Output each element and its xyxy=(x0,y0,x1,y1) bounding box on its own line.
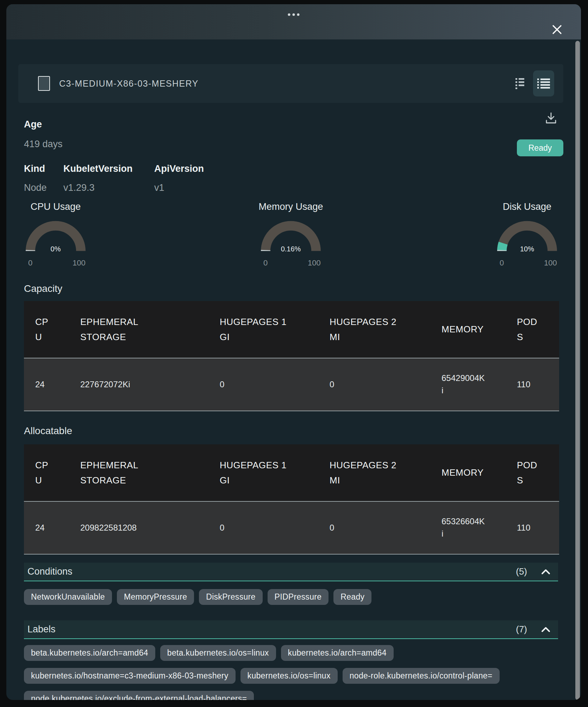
label-chip[interactable]: kubernetes.io/arch=amd64 xyxy=(281,645,394,661)
allocatable-ephemeral-storage-value: 209822581208 xyxy=(69,501,208,554)
capacity-col-hugepages-2mi: HUGEPAGES 2 MI xyxy=(318,301,430,358)
node-header-card: C3-MEDIUM-X86-03-MESHERY xyxy=(18,64,563,103)
condition-chip[interactable]: Ready xyxy=(333,589,371,605)
label-chip[interactable]: kubernetes.io/hostname=c3-medium-x86-03-… xyxy=(24,668,236,684)
modal-title-bar xyxy=(6,4,581,39)
allocatable-pods-value: 110 xyxy=(506,501,559,554)
status-badge: Ready xyxy=(517,139,563,156)
disk-usage-value: 10% xyxy=(492,245,562,253)
labels-collapse-button[interactable] xyxy=(541,627,550,632)
capacity-row: 24 227672072Ki 0 0 65429004Ki 110 xyxy=(24,358,559,411)
capacity-col-cpu: CPU xyxy=(24,301,69,358)
allocatable-memory-value: 65326604Ki xyxy=(430,501,506,554)
age-label: Age xyxy=(24,119,42,130)
capacity-ephemeral-storage-value: 227672072Ki xyxy=(69,358,208,411)
allocatable-row: 24 209822581208 0 0 65326604Ki 110 xyxy=(24,501,559,554)
kind-label: Kind xyxy=(24,163,45,174)
api-version-value: v1 xyxy=(154,182,164,193)
disk-gauge-min: 0 xyxy=(500,258,504,268)
allocatable-col-ephemeral-storage: EPHEMERAL STORAGE xyxy=(69,444,208,501)
capacity-table: CPU EPHEMERAL STORAGE HUGEPAGES 1 GI HUG… xyxy=(24,301,559,411)
node-select-checkbox[interactable] xyxy=(38,76,50,91)
memory-usage-title: Memory Usage xyxy=(256,201,326,212)
labels-count: (7) xyxy=(516,624,527,635)
allocatable-table: CPU EPHEMERAL STORAGE HUGEPAGES 1 GI HUG… xyxy=(24,444,559,555)
memory-usage-value: 0.16% xyxy=(256,245,326,253)
allocatable-col-hugepages-1gi: HUGEPAGES 1 GI xyxy=(208,444,318,501)
allocatable-col-cpu: CPU xyxy=(24,444,69,501)
conditions-collapse-button[interactable] xyxy=(541,569,550,575)
capacity-hugepages-1gi-value: 0 xyxy=(208,358,318,411)
capacity-pods-value: 110 xyxy=(506,358,559,411)
cpu-usage-value: 0% xyxy=(20,245,91,253)
conditions-heading: Conditions xyxy=(27,566,73,577)
disk-usage-gauge: Disk Usage 10% 0 100 xyxy=(492,201,562,276)
condition-chip[interactable]: DiskPressure xyxy=(199,589,262,605)
allocatable-cpu-value: 24 xyxy=(24,501,69,554)
allocatable-hugepages-1gi-value: 0 xyxy=(208,501,318,554)
label-chip[interactable]: node.kubernetes.io/exclude-from-external… xyxy=(24,691,254,700)
disk-usage-title: Disk Usage xyxy=(492,201,562,212)
scrollbar-thumb[interactable] xyxy=(575,41,580,700)
condition-chip[interactable]: MemoryPressure xyxy=(117,589,194,605)
conditions-section-header[interactable]: Conditions (5) xyxy=(24,563,558,581)
age-value: 419 days xyxy=(24,139,63,150)
allocatable-heading: Allocatable xyxy=(24,425,72,437)
label-chip[interactable]: beta.kubernetes.io/os=linux xyxy=(160,645,276,661)
kind-value: Node xyxy=(24,182,47,193)
list-view-icon xyxy=(537,78,550,89)
cpu-gauge-min: 0 xyxy=(28,258,32,268)
chevron-up-icon xyxy=(541,627,550,632)
capacity-col-memory: MEMORY xyxy=(430,301,506,358)
labels-chip-row: beta.kubernetes.io/arch=amd64 beta.kuber… xyxy=(24,645,394,661)
kubelet-version-value: v1.29.3 xyxy=(63,182,95,193)
allocatable-col-memory: MEMORY xyxy=(430,444,506,501)
labels-section-header[interactable]: Labels (7) xyxy=(24,620,558,639)
cpu-usage-title: CPU Usage xyxy=(20,201,91,212)
list-view-button[interactable] xyxy=(533,70,554,96)
page: { "header": { "title": "C3-MEDIUM-X86-03… xyxy=(0,0,588,707)
label-chip[interactable]: kubernetes.io/os=linux xyxy=(240,668,338,684)
labels-heading: Labels xyxy=(27,624,56,635)
memory-usage-gauge: Memory Usage 0.16% 0 100 xyxy=(256,201,326,276)
capacity-heading: Capacity xyxy=(24,283,62,294)
cpu-usage-gauge: CPU Usage 0% 0 100 xyxy=(20,201,91,276)
capacity-hugepages-2mi-value: 0 xyxy=(318,358,430,411)
download-icon[interactable] xyxy=(545,112,557,125)
close-icon[interactable] xyxy=(551,24,563,35)
chevron-up-icon xyxy=(541,569,550,575)
flat-view-icon[interactable] xyxy=(515,78,525,89)
capacity-col-hugepages-1gi: HUGEPAGES 1 GI xyxy=(208,301,318,358)
cpu-gauge-max: 100 xyxy=(73,258,86,268)
labels-chip-row: kubernetes.io/hostname=c3-medium-x86-03-… xyxy=(24,668,500,684)
node-title: C3-MEDIUM-X86-03-MESHERY xyxy=(59,79,199,89)
condition-chip[interactable]: NetworkUnavailable xyxy=(24,589,112,605)
label-chip[interactable]: node-role.kubernetes.io/control-plane= xyxy=(343,668,500,684)
capacity-header-row: CPU EPHEMERAL STORAGE HUGEPAGES 1 GI HUG… xyxy=(24,301,559,358)
kubelet-version-label: KubeletVersion xyxy=(63,163,133,174)
conditions-chip-row: NetworkUnavailable MemoryPressure DiskPr… xyxy=(24,589,371,605)
capacity-memory-value: 65429004Ki xyxy=(430,358,506,411)
drag-handle-dots-icon[interactable] xyxy=(288,13,300,16)
memory-gauge-max: 100 xyxy=(308,258,321,268)
allocatable-hugepages-2mi-value: 0 xyxy=(318,501,430,554)
conditions-count: (5) xyxy=(516,566,527,577)
api-version-label: ApiVersion xyxy=(154,163,204,174)
labels-chip-row: node.kubernetes.io/exclude-from-external… xyxy=(24,691,254,700)
allocatable-header-row: CPU EPHEMERAL STORAGE HUGEPAGES 1 GI HUG… xyxy=(24,444,559,501)
capacity-col-ephemeral-storage: EPHEMERAL STORAGE xyxy=(69,301,208,358)
node-details-modal: C3-MEDIUM-X86-03-MESHERY Age 419 days xyxy=(6,4,581,700)
allocatable-col-hugepages-2mi: HUGEPAGES 2 MI xyxy=(318,444,430,501)
capacity-col-pods: PODS xyxy=(506,301,559,358)
disk-gauge-max: 100 xyxy=(544,258,557,268)
label-chip[interactable]: beta.kubernetes.io/arch=amd64 xyxy=(24,645,155,661)
capacity-cpu-value: 24 xyxy=(24,358,69,411)
memory-gauge-min: 0 xyxy=(263,258,268,268)
allocatable-col-pods: PODS xyxy=(506,444,559,501)
condition-chip[interactable]: PIDPressure xyxy=(268,589,329,605)
